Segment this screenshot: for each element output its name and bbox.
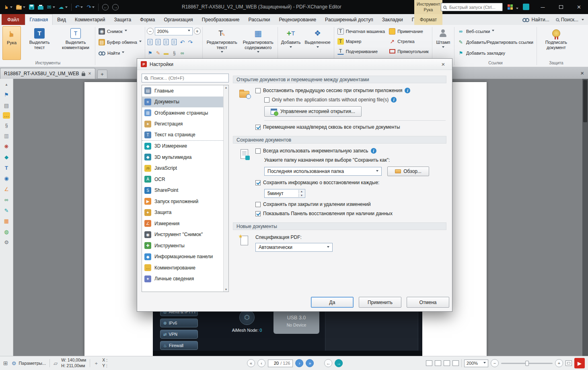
continuous-view-icon[interactable] [435,360,441,366]
3d-panel-icon[interactable] [2,153,10,161]
save-on-close-checkbox[interactable] [255,202,261,207]
zoom-out-button[interactable]: − [147,28,154,35]
undo-tool-icon[interactable] [179,39,186,45]
stamp-button[interactable]: Штамп [434,26,452,60]
history-back-button[interactable] [101,2,110,12]
save-quick-button[interactable] [27,2,36,12]
fullscreen-icon[interactable] [565,360,572,366]
add-button[interactable]: Добавить [280,26,302,60]
new-tab-button[interactable]: + [97,70,107,79]
zoom-in-button[interactable]: + [555,359,563,367]
open-quick-button[interactable] [14,2,27,12]
zoom-slider[interactable] [501,363,553,364]
fields-panel-icon[interactable] [2,217,10,225]
comments-panel-icon[interactable] [3,112,10,119]
clipboard-button[interactable]: Буфер обмена [97,37,143,47]
minimize-button[interactable]: ─ [534,0,552,14]
cancel-button[interactable]: Отмена [407,297,449,308]
snapshot-button[interactable]: Снимок [97,26,129,36]
redo-button[interactable] [85,2,96,12]
last-page-button[interactable]: » [306,359,314,367]
ok-button[interactable]: Да [311,297,354,308]
content-panel-icon[interactable] [2,132,10,140]
category-registration[interactable]: Регистрация [142,119,223,130]
spinner-up-icon[interactable]: ▲ [298,190,304,193]
note-tool-icon[interactable] [163,49,170,56]
dialog-close-button[interactable]: × [438,60,448,68]
bookmarks-panel-icon[interactable] [2,91,10,99]
add-edit-links-button[interactable]: Добавить/Редактировать ссылки [456,37,535,47]
underline-button[interactable]: Подчеркивание [336,46,387,56]
dialog-search-input[interactable] [150,75,226,81]
find-button[interactable]: Найти [97,48,126,58]
attach-tool-icon[interactable] [171,49,178,56]
zoom-area-icon[interactable] [171,39,178,45]
zoom-slider-thumb[interactable] [525,361,529,366]
text-panel-icon[interactable] [2,164,10,172]
tab-convert[interactable]: Преобразование [197,14,244,25]
pdf-spec-select[interactable]: Автоматически [255,243,333,252]
fit-page-icon[interactable] [163,39,170,45]
tab-review[interactable]: Рецензирование [274,14,321,25]
dialog-search-box[interactable] [142,74,229,82]
typewriter-button[interactable]: Печатная машинка [336,26,387,36]
category-identity[interactable]: Личные сведения [142,273,223,285]
history-forward-button[interactable] [111,2,120,12]
previous-page-button[interactable]: ‹ [257,359,265,367]
page-number-box[interactable]: / 126 [268,360,293,367]
highlight-pen-icon[interactable] [2,206,10,214]
next-view-button[interactable]: → [335,359,343,367]
hand-tool-quick-button[interactable] [2,2,14,12]
spinner-arrows[interactable]: ▲▼ [298,190,304,197]
next-page-button[interactable]: › [296,359,304,367]
zoom-level-combo[interactable]: 200% [464,360,488,367]
maximize-button[interactable] [552,0,570,14]
select-text-button[interactable]: Выделить текст [22,26,57,60]
edit-content-button[interactable]: Редактировать содержимого [241,26,276,60]
collapse-rail-icon[interactable] [2,80,10,88]
autosave-checkbox[interactable] [255,180,261,185]
single-page-view-icon[interactable] [426,360,432,366]
two-page-view-icon[interactable] [444,360,450,366]
zoom-in-button[interactable]: + [194,28,201,35]
pen-tool-icon[interactable] [155,49,162,56]
close-button[interactable]: × [570,0,588,14]
first-page-button[interactable]: « [247,359,255,367]
document-tab[interactable]: R18867_RT-AX58U_V2_UM_WEB × [0,68,95,79]
info-icon[interactable] [391,97,397,103]
restore-session-checkbox[interactable] [255,88,261,93]
page-number-input[interactable] [271,361,279,366]
category-general[interactable]: Главные [142,85,223,97]
selected-button[interactable]: Выделенное [303,26,332,60]
web-links-button[interactable]: Веб-ссылки [456,26,496,36]
select-comments-button[interactable]: Выделить комментарии [58,26,93,60]
rectangle-button[interactable]: Прямоугольник [387,46,430,56]
zoom-out-button[interactable]: − [491,359,499,367]
link-tool-icon[interactable] [179,49,186,56]
tab-form[interactable]: Форма [136,14,159,25]
category-commenting[interactable]: Комментирование [142,262,223,273]
category-launch-apps[interactable]: Запуск приложений [142,196,223,207]
only-when-checkbox[interactable] [264,97,269,103]
tab-file[interactable]: Файл [2,14,25,25]
destinations-panel-icon[interactable] [2,175,10,183]
dest-folder-select[interactable]: Последняя использованная папка [264,167,382,176]
redo-tool-icon[interactable] [187,39,194,45]
sign-document-button[interactable]: Подписать документ [539,26,574,60]
manage-history-button[interactable]: Управление историей открытия... [264,106,362,117]
show-recovery-checkbox[interactable] [255,211,261,216]
category-sharepoint[interactable]: SharePoint [142,185,223,196]
info-icon[interactable] [405,88,410,93]
cloud-quick-button[interactable] [57,2,69,12]
edit-text-button[interactable]: Редактировать текст [204,26,240,60]
teal-app-icon[interactable] [523,4,529,10]
apply-button[interactable]: Применить [359,297,401,308]
category-3d-multimedia[interactable]: 3D мультимедиа [142,152,223,163]
hand-tool-button[interactable]: Рука [2,26,21,60]
apps-grid-caret[interactable] [516,8,518,10]
print-quick-button[interactable] [36,2,45,12]
properties-panel-icon[interactable] [2,238,10,247]
tab-bookmarks[interactable]: Закладки [378,14,407,25]
info-icon[interactable] [371,148,376,154]
grip-icon[interactable] [3,360,8,366]
